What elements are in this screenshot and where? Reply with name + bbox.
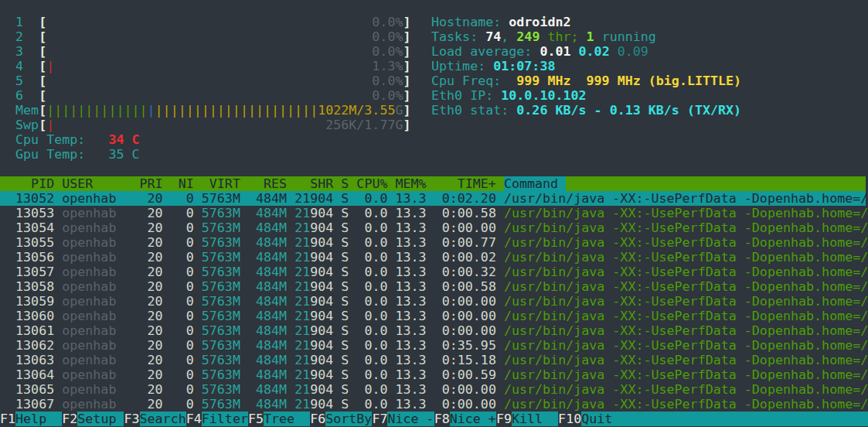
cell-virt: 5763M <box>202 397 240 412</box>
cell-shr: 904 <box>310 338 333 353</box>
process-row-13059[interactable]: 13059 openhab 20 0 5763M 484M 21904 S 0.… <box>0 294 866 309</box>
column-header-mem[interactable]: MEM% <box>396 176 427 191</box>
cell-mem-pct: 13.3 <box>396 206 427 220</box>
fnkey-search[interactable]: F3Search <box>124 412 186 426</box>
cell-shr: 904 <box>310 397 333 412</box>
info-eth0-stat-text: 0.26 KB/s - 0.13 KB/s (TX/RX) <box>516 103 741 118</box>
cpu-temp-line: Cpu Temp: 34 C <box>0 132 411 147</box>
column-header-user[interactable]: USER <box>62 176 131 191</box>
cell-ni: 0 <box>171 294 194 309</box>
cell-command: /usr/bin/java -XX:-UsePerfData -Dopenhab… <box>504 191 868 206</box>
cell-res: 484M <box>248 367 287 382</box>
cell-command: /usr/bin/java -XX:-UsePerfData -Dopenhab… <box>504 309 868 323</box>
process-row-13060[interactable]: 13060 openhab 20 0 5763M 484M 21904 S 0.… <box>0 309 866 323</box>
column-header-cpu[interactable]: CPU% <box>356 176 387 191</box>
meter-bracket: ] <box>403 118 410 132</box>
process-row-13056[interactable]: 13056 openhab 20 0 5763M 484M 21904 S 0.… <box>0 250 866 265</box>
cell-res: 484M <box>248 235 287 250</box>
fnkey-setup[interactable]: F2Setup <box>62 412 124 426</box>
memory-usage-value: 1022M/3.55 <box>318 103 395 118</box>
cell-state: S <box>341 294 349 309</box>
cell-mem-pct: 13.3 <box>396 220 427 235</box>
cell-pid: 13065 <box>0 382 54 397</box>
cell-pid: 13067 <box>0 397 54 412</box>
column-header-time[interactable]: TIME+ <box>434 176 496 191</box>
fnkey-caption: Setup <box>77 412 124 426</box>
cell-time: 0:02.20 <box>434 191 496 206</box>
cell-mem-pct: 13.3 <box>396 191 427 206</box>
column-header-virt[interactable]: VIRT <box>202 176 240 191</box>
cell-pri: 20 <box>140 235 163 250</box>
process-row-13055[interactable]: 13055 openhab 20 0 5763M 484M 21904 S 0.… <box>0 235 866 250</box>
cpu-meter-3: 3 [ 0.0%] <box>0 44 411 59</box>
cell-ni: 0 <box>171 220 194 235</box>
cell-time: 0:00.32 <box>434 265 496 279</box>
process-row-13062[interactable]: 13062 openhab 20 0 5763M 484M 21904 S 0.… <box>0 338 866 353</box>
cell-user: openhab <box>62 265 131 279</box>
process-row-13052[interactable]: 13052 openhab 20 0 5763M 484M 21904 S 0.… <box>0 191 866 206</box>
fnkey-key-label: F1 <box>0 412 15 426</box>
column-header-ni[interactable]: NI <box>171 176 194 191</box>
cell-time: 0:00.00 <box>434 294 496 309</box>
cell-user: openhab <box>62 220 131 235</box>
fnkey-key-label: F3 <box>124 412 139 426</box>
cell-shr: 21 <box>294 367 310 382</box>
cell-user: openhab <box>62 235 131 250</box>
cell-ni: 0 <box>171 265 194 279</box>
fnkey-key-label: F2 <box>62 412 77 426</box>
info-tasks-text: 1 <box>587 29 594 44</box>
cell-mem-pct: 13.3 <box>396 265 427 279</box>
column-header-pid[interactable]: PID <box>0 176 54 191</box>
process-row-13057[interactable]: 13057 openhab 20 0 5763M 484M 21904 S 0.… <box>0 265 866 279</box>
fnkey-sortby[interactable]: F6SortBy <box>310 412 372 426</box>
cell-pid: 13063 <box>0 353 54 367</box>
fnkey-nice[interactable]: F8Nice + <box>434 412 496 426</box>
fnkey-tree[interactable]: F5Tree <box>248 412 310 426</box>
process-row-13061[interactable]: 13061 openhab 20 0 5763M 484M 21904 S 0.… <box>0 323 866 338</box>
cell-state: S <box>341 309 349 323</box>
process-row-13065[interactable]: 13065 openhab 20 0 5763M 484M 21904 S 0.… <box>0 382 866 397</box>
column-header-res[interactable]: RES <box>248 176 287 191</box>
cpu-percent-value: 1.3% <box>54 59 403 73</box>
cell-res: 484M <box>248 323 287 338</box>
meter-bracket: [ <box>39 15 46 29</box>
cell-cpu-pct: 0.0 <box>356 206 387 220</box>
process-row-13067[interactable]: 13067 openhab 20 0 5763M 484M 21904 S 0.… <box>0 397 866 412</box>
fnkey-quit[interactable]: F10Quit <box>558 412 628 426</box>
fnkey-kill[interactable]: F9Kill <box>496 412 558 426</box>
fnkey-help[interactable]: F1Help <box>0 412 62 426</box>
process-row-13053[interactable]: 13053 openhab 20 0 5763M 484M 21904 S 0.… <box>0 206 866 220</box>
cell-state: S <box>341 353 349 367</box>
process-row-13064[interactable]: 13064 openhab 20 0 5763M 484M 21904 S 0.… <box>0 367 866 382</box>
swap-meter-label: Swp <box>0 118 39 132</box>
fnkey-filter[interactable]: F4Filter <box>186 412 248 426</box>
cpu-meter-1: 1 [ 0.0%] <box>0 15 411 29</box>
cell-cpu-pct: 0.0 <box>356 235 387 250</box>
info-eth0-stat-text: Eth0 stat: <box>431 103 516 118</box>
cell-virt: 5763M <box>202 323 240 338</box>
cell-shr: 904 <box>310 265 333 279</box>
fnkey-key-label: F5 <box>248 412 264 426</box>
fnkey-nice[interactable]: F7Nice - <box>372 412 434 426</box>
cell-mem-pct: 13.3 <box>396 397 427 412</box>
column-header-shr[interactable]: SHR <box>294 176 333 191</box>
column-header-pri[interactable]: PRI <box>140 176 163 191</box>
cell-shr: 904 <box>310 206 333 220</box>
cell-ni: 0 <box>171 191 194 206</box>
cell-ni: 0 <box>171 367 194 382</box>
process-row-13054[interactable]: 13054 openhab 20 0 5763M 484M 21904 S 0.… <box>0 220 866 235</box>
cell-user: openhab <box>62 382 131 397</box>
process-row-13058[interactable]: 13058 openhab 20 0 5763M 484M 21904 S 0.… <box>0 279 866 294</box>
cell-virt: 5763M <box>202 191 240 206</box>
cell-shr: 21 <box>294 235 310 250</box>
column-header-command[interactable]: Command <box>504 176 566 191</box>
cpu-meter-label: 4 <box>0 59 39 73</box>
info-load-average-text: 0.01 <box>540 44 578 59</box>
cell-shr: 904 <box>310 382 333 397</box>
cell-shr: 904 <box>310 279 333 294</box>
cpu-meter-label: 1 <box>0 15 39 29</box>
process-row-13063[interactable]: 13063 openhab 20 0 5763M 484M 21904 S 0.… <box>0 353 866 367</box>
cell-virt: 5763M <box>202 294 240 309</box>
cell-user: openhab <box>62 250 131 265</box>
column-header-s[interactable]: S <box>341 176 349 191</box>
